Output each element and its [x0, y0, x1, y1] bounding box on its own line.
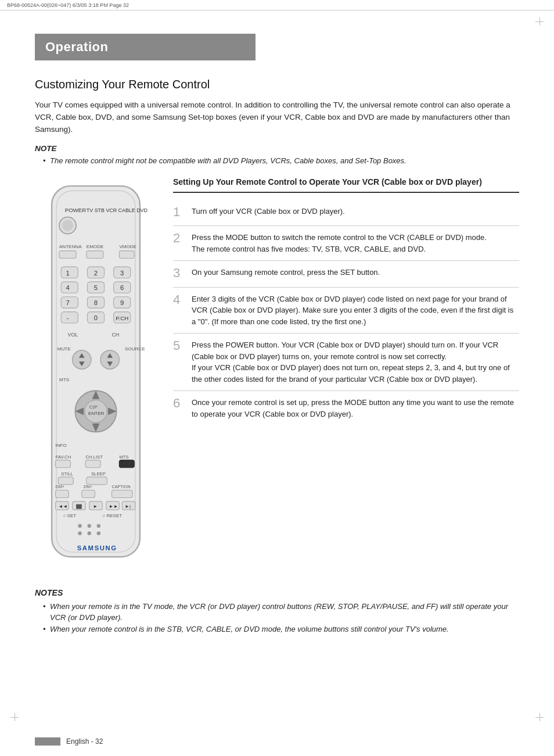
note-bullet-list: The remote control might not be compatib… — [35, 155, 519, 167]
svg-rect-75 — [76, 504, 82, 509]
section-title-bar: Operation — [35, 34, 256, 60]
step-number: 6 — [173, 396, 186, 411]
svg-text:4: 4 — [66, 285, 69, 292]
svg-text:5: 5 — [94, 285, 98, 292]
notes-section: NOTES When your remote is in the TV mode… — [35, 588, 519, 635]
svg-rect-30 — [61, 312, 78, 323]
remote-svg: POWER TV STB VCR CABLE DVD ANTENNA EMODE… — [35, 177, 157, 571]
svg-text:C2P: C2P — [89, 404, 98, 410]
svg-text:INFO: INFO — [56, 443, 67, 448]
step-text: Press the MODE button to switch the remo… — [192, 232, 487, 255]
two-column-layout: POWER TV STB VCR CABLE DVD ANTENNA EMODE… — [35, 177, 519, 572]
svg-text:◄◄: ◄◄ — [58, 504, 67, 509]
steps-list: 1Turn off your VCR (Cable box or DVD pla… — [173, 200, 519, 425]
notes-bullet-list: When your remote is in the TV mode, the … — [35, 601, 519, 635]
svg-point-86 — [97, 524, 100, 528]
svg-rect-24 — [61, 297, 78, 308]
svg-rect-65 — [87, 477, 107, 485]
svg-text:►|: ►| — [125, 504, 131, 509]
svg-text:1: 1 — [66, 270, 69, 277]
step-item: 3On your Samsung remote control, press t… — [173, 261, 519, 287]
step-text: Turn off your VCR (Cable box or DVD play… — [192, 206, 345, 217]
svg-rect-70 — [82, 490, 95, 498]
svg-point-88 — [87, 532, 91, 535]
svg-point-89 — [97, 532, 100, 535]
svg-text:VOL: VOL — [68, 332, 78, 338]
svg-text:POWER: POWER — [65, 207, 87, 214]
step-item: 2Press the MODE button to switch the rem… — [173, 226, 519, 261]
svg-text:3: 3 — [120, 270, 124, 277]
svg-text:DM+: DM+ — [56, 485, 65, 490]
svg-text:DN+: DN+ — [84, 485, 92, 490]
step-number: 3 — [173, 266, 186, 281]
top-bar-text: BP68-00524A-00(026~047) 6/3/05 3:18 PM P… — [7, 2, 129, 8]
step-item: 5Press the POWER button. Your VCR (Cable… — [173, 334, 519, 391]
svg-text:►: ► — [93, 504, 98, 509]
intro-text: Your TV comes equipped with a universal … — [35, 99, 519, 136]
svg-rect-18 — [61, 282, 78, 293]
footer-bar — [35, 737, 60, 746]
svg-rect-9 — [59, 251, 76, 259]
svg-text:►►: ►► — [109, 504, 118, 509]
instr-heading: Setting Up Your Remote Control to Operat… — [173, 177, 519, 193]
svg-rect-69 — [56, 490, 69, 498]
svg-text:○ RESET: ○ RESET — [102, 514, 122, 519]
step-text: Once your remote control is set up, pres… — [192, 397, 519, 420]
svg-text:VMODE: VMODE — [119, 244, 136, 249]
svg-text:8: 8 — [94, 300, 98, 307]
sub-heading: Customizing Your Remote Control — [35, 78, 519, 91]
section-title: Operation — [45, 40, 245, 55]
svg-text:9: 9 — [120, 300, 124, 307]
svg-text:STILL: STILL — [61, 471, 73, 476]
svg-text:ENTER: ENTER — [88, 411, 105, 417]
step-item: 6Once your remote control is set up, pre… — [173, 391, 519, 425]
step-text: Press the POWER button. Your VCR (Cable … — [192, 339, 519, 385]
note-section: NOTE The remote control might not be com… — [35, 144, 519, 167]
svg-text:SOURCE: SOURCE — [125, 346, 145, 352]
instructions-column: Setting Up Your Remote Control to Operat… — [173, 177, 519, 425]
step-item: 4Enter 3 digits of the VCR (Cable box or… — [173, 288, 519, 334]
svg-text:TV  STB  VCR  CABLE  DVD: TV STB VCR CABLE DVD — [87, 208, 148, 214]
step-number: 2 — [173, 231, 186, 246]
svg-rect-11 — [119, 251, 134, 259]
top-bar: BP68-00524A-00(026~047) 6/3/05 3:18 PM P… — [0, 0, 554, 10]
svg-rect-10 — [87, 251, 103, 259]
remote-control-image: POWER TV STB VCR CABLE DVD ANTENNA EMODE… — [35, 177, 157, 572]
svg-text:FAV.CH: FAV.CH — [56, 454, 71, 460]
svg-text:SAMSUNG: SAMSUNG — [77, 544, 117, 551]
svg-point-5 — [62, 220, 73, 231]
svg-text:CAPTION: CAPTION — [111, 485, 130, 490]
svg-rect-71 — [111, 490, 132, 498]
notes-bullet-item: When your remote is in the TV mode, the … — [43, 601, 519, 624]
page-footer: English - 32 — [35, 737, 519, 746]
svg-point-85 — [87, 524, 91, 528]
note-label: NOTE — [35, 144, 519, 153]
svg-text:0: 0 — [94, 314, 98, 321]
step-text: On your Samsung remote control, press th… — [192, 267, 380, 278]
svg-rect-12 — [61, 267, 78, 278]
svg-point-87 — [78, 532, 81, 535]
note-bullet-item: The remote control might not be compatib… — [43, 155, 519, 167]
step-number: 1 — [173, 205, 186, 220]
notes-label: NOTES — [35, 588, 519, 597]
svg-text:MTS: MTS — [59, 377, 69, 382]
svg-text:MUTE: MUTE — [57, 346, 71, 352]
svg-text:2: 2 — [94, 270, 98, 277]
svg-text:6: 6 — [120, 285, 124, 292]
svg-rect-60 — [85, 460, 100, 468]
crosshair-bottom-left — [10, 713, 19, 721]
svg-text:CH.LIST: CH.LIST — [85, 454, 103, 460]
svg-text:7: 7 — [66, 300, 69, 307]
svg-text:SLEEP: SLEEP — [91, 471, 106, 476]
svg-text:P.CH: P.CH — [116, 315, 128, 321]
svg-text:EMODE: EMODE — [87, 244, 104, 249]
step-number: 5 — [173, 338, 186, 353]
step-number: 4 — [173, 292, 186, 307]
svg-text:-: - — [67, 314, 69, 321]
footer-text: English - 32 — [66, 737, 103, 746]
svg-text:ANTENNA: ANTENNA — [59, 244, 82, 249]
crosshair-bottom-right — [535, 713, 544, 721]
step-text: Enter 3 digits of the VCR (Cable box or … — [192, 293, 519, 328]
notes-bullet-item: When your remote control is in the STB, … — [43, 624, 519, 635]
svg-rect-64 — [58, 477, 73, 485]
